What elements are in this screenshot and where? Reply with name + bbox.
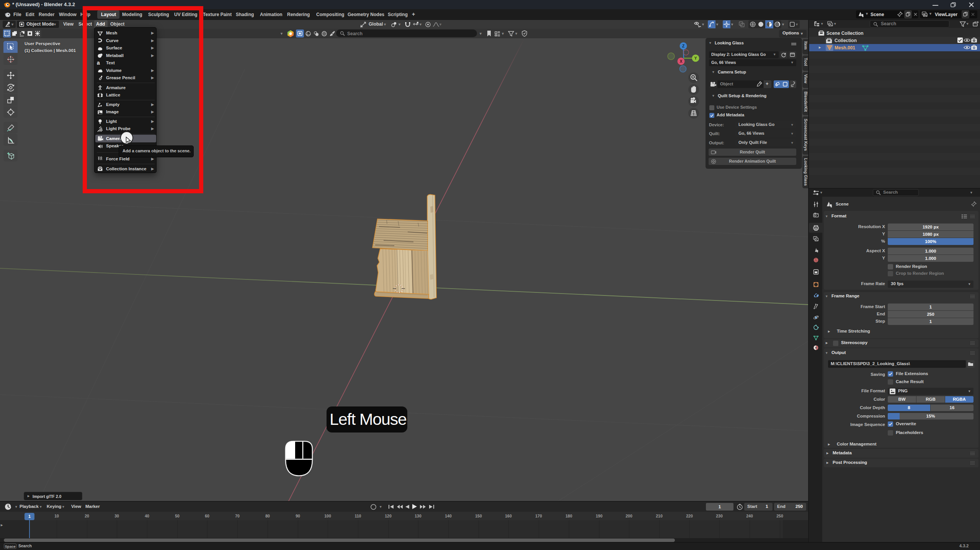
svg-text:Y: Y bbox=[694, 56, 697, 60]
svg-text:Z: Z bbox=[682, 44, 684, 48]
svg-text:X: X bbox=[680, 59, 683, 64]
